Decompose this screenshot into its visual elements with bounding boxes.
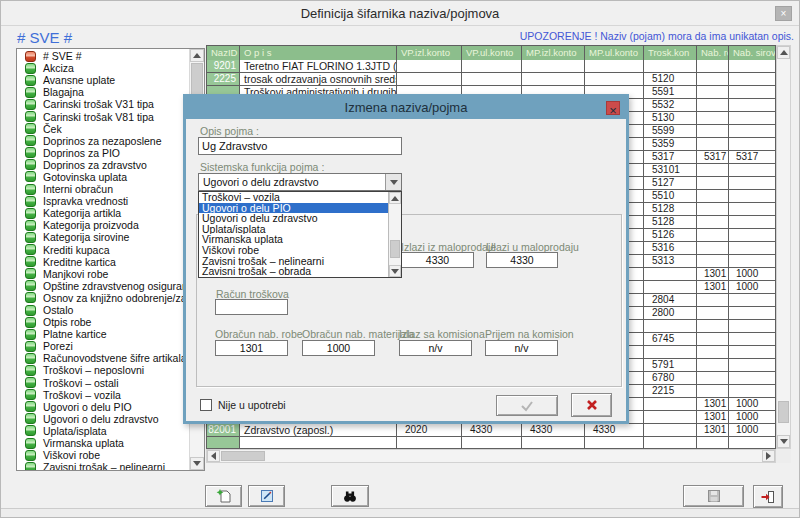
- cell-value: [697, 242, 729, 255]
- dropdown-item[interactable]: Uplata/isplata: [199, 224, 388, 235]
- scroll-down-icon[interactable]: [777, 435, 790, 448]
- sidebar-item[interactable]: Avansne uplate: [17, 74, 189, 86]
- find-button[interactable]: [331, 485, 369, 507]
- scroll-up-icon[interactable]: [777, 46, 790, 59]
- sidebar-item[interactable]: Blagajna: [17, 86, 189, 98]
- cell-value: [729, 437, 776, 449]
- sidebar-item[interactable]: Kreditne kartica: [17, 256, 189, 268]
- dropdown-item[interactable]: Zavisni trošak – nelinearni: [199, 256, 388, 267]
- edit-record-button[interactable]: [248, 485, 285, 507]
- sidebar-item[interactable]: Ugovori o delu zdravstvo: [17, 413, 189, 425]
- cell-value: 5313: [644, 255, 697, 268]
- sidebar-item[interactable]: Porezi: [17, 340, 189, 352]
- nije-u-upotrebi-checkbox[interactable]: [200, 399, 212, 411]
- save-button[interactable]: [683, 485, 744, 507]
- cancel-button[interactable]: [571, 393, 612, 417]
- ulaz-maloprodaja-input[interactable]: [486, 252, 558, 268]
- cell-value: [729, 385, 776, 398]
- table-hscrollbar[interactable]: [206, 449, 776, 463]
- sidebar-item[interactable]: Ispravka vrednosti: [17, 195, 189, 207]
- opis-pojma-input[interactable]: [198, 137, 402, 155]
- sidebar-item[interactable]: Gotovinska uplata: [17, 171, 189, 183]
- table-row[interactable]: 82001Zdravstvo (zaposl.)2020433043304330…: [207, 424, 775, 437]
- sidebar-item[interactable]: Doprinos za PIO: [17, 147, 189, 159]
- cell-value: 1301: [697, 424, 729, 437]
- sidebar-item[interactable]: # SVE #: [17, 50, 189, 62]
- dropdown-scrollbar[interactable]: [388, 192, 401, 277]
- funkcija-combobox[interactable]: Ugovori o delu zdravstvo: [198, 173, 402, 191]
- sidebar-item[interactable]: Kategorija proizvoda: [17, 219, 189, 231]
- scrollbar-thumb[interactable]: [778, 401, 789, 423]
- sidebar-item[interactable]: Zavisni trošak – nelinearni: [17, 461, 189, 470]
- funkcija-dropdown-list[interactable]: Troškovi – vozilaUgovori o delu PIOUgovo…: [198, 191, 402, 278]
- green-category-icon: [25, 425, 36, 436]
- green-category-icon: [25, 329, 36, 340]
- obracun-materijala-input[interactable]: [302, 340, 375, 356]
- dropdown-item[interactable]: Viškovi robe: [199, 245, 388, 256]
- sidebar-item[interactable]: Manjkovi robe: [17, 268, 189, 280]
- ok-button[interactable]: [496, 395, 558, 416]
- sidebar-item[interactable]: Doprinos za zdravstvo: [17, 159, 189, 171]
- scroll-up-icon[interactable]: [389, 192, 401, 204]
- scroll-up-icon[interactable]: [190, 49, 204, 62]
- window-close-button[interactable]: ×: [775, 6, 792, 21]
- sidebar-item-label: Doprinos za PIO: [43, 147, 120, 159]
- sidebar-item[interactable]: Doprinos za nezaposlene: [17, 135, 189, 147]
- sidebar-item[interactable]: Kategorija artikla: [17, 207, 189, 219]
- sidebar-item[interactable]: Ček: [17, 123, 189, 135]
- cell-value: 5591: [644, 86, 697, 99]
- category-list[interactable]: # SVE #AkcizaAvansne uplateBlagajnaCarin…: [16, 48, 205, 471]
- sidebar-item[interactable]: Ostalo: [17, 304, 189, 316]
- sidebar-item[interactable]: Platne kartice: [17, 328, 189, 340]
- scroll-down-icon[interactable]: [190, 457, 204, 470]
- funkcija-dropdown-list-items: Troškovi – vozilaUgovori o delu PIOUgovo…: [199, 192, 388, 277]
- izlaz-maloprodaja-input[interactable]: [401, 252, 474, 268]
- sidebar-item[interactable]: Troškovi – vozila: [17, 389, 189, 401]
- obracun-robe-input[interactable]: [215, 340, 288, 356]
- dropdown-item[interactable]: Troškovi – vozila: [199, 192, 388, 203]
- new-record-button[interactable]: [205, 485, 242, 507]
- sidebar-item[interactable]: Virmanska uplata: [17, 437, 189, 449]
- izlaz-komision-input[interactable]: [399, 340, 472, 356]
- sidebar-item[interactable]: Viškovi robe: [17, 449, 189, 461]
- scrollbar-thumb[interactable]: [221, 451, 265, 461]
- sidebar-item[interactable]: Uplata/isplata: [17, 425, 189, 437]
- close-icon: ×: [781, 8, 787, 19]
- sidebar-item[interactable]: Računovodstvene šifre artikala: [17, 352, 189, 364]
- cell-opis: Zdravstvo (zaposl.): [240, 424, 397, 437]
- sidebar-item[interactable]: Troškovi – ostali: [17, 377, 189, 389]
- scrollbar-thumb[interactable]: [390, 240, 400, 258]
- table-row[interactable]: 9201Teretno FIAT FLORINO 1.3JTD ( ZFA225…: [207, 60, 775, 73]
- dropdown-item[interactable]: Zavisni trošak – obrada: [199, 266, 388, 277]
- sidebar-item[interactable]: Otpis robe: [17, 316, 189, 328]
- sidebar-item[interactable]: Ugovori o delu PIO: [17, 401, 189, 413]
- chevron-down-icon[interactable]: [385, 174, 401, 190]
- scroll-right-icon[interactable]: [762, 450, 775, 462]
- sidebar-item[interactable]: Carinski trošak V81 tipa: [17, 110, 189, 122]
- sidebar-item[interactable]: Opštine zdravstvenog osiguranja: [17, 280, 189, 292]
- prijem-komision-input[interactable]: [485, 340, 558, 356]
- cell-value: [644, 60, 697, 73]
- exit-button[interactable]: [753, 485, 783, 508]
- sidebar-item[interactable]: Krediti kupaca: [17, 244, 189, 256]
- scroll-left-icon[interactable]: [207, 450, 220, 462]
- cell-value: 53101: [644, 164, 697, 177]
- sidebar-item[interactable]: Osnov za knjižno odobrenje/zaduženje: [17, 292, 189, 304]
- table-row[interactable]: 2225trosak odrzavanja osnovnih sredstava…: [207, 73, 775, 86]
- scroll-down-icon[interactable]: [389, 265, 401, 277]
- dialog-close-button[interactable]: ×: [606, 101, 620, 115]
- green-category-icon: [25, 135, 36, 146]
- table-row[interactable]: [207, 437, 775, 449]
- sidebar-item[interactable]: Carinski trošak V31 tipa: [17, 98, 189, 110]
- sidebar-item[interactable]: Akciza: [17, 62, 189, 74]
- cell-value: [729, 333, 776, 346]
- dropdown-item[interactable]: Virmanska uplata: [199, 234, 388, 245]
- sidebar-item[interactable]: Troškovi – neposlovni: [17, 364, 189, 376]
- sidebar-item[interactable]: Kategorija sirovine: [17, 231, 189, 243]
- cell-opis: trosak odrzavanja osnovnih sredstava: [240, 73, 397, 86]
- dropdown-item[interactable]: Ugovori o delu zdravstvo: [199, 213, 388, 224]
- sidebar-item[interactable]: Interni obračun: [17, 183, 189, 195]
- racun-troskova-input[interactable]: [215, 299, 288, 315]
- dropdown-item[interactable]: Ugovori o delu PIO: [199, 203, 388, 214]
- table-vscrollbar[interactable]: [776, 45, 791, 449]
